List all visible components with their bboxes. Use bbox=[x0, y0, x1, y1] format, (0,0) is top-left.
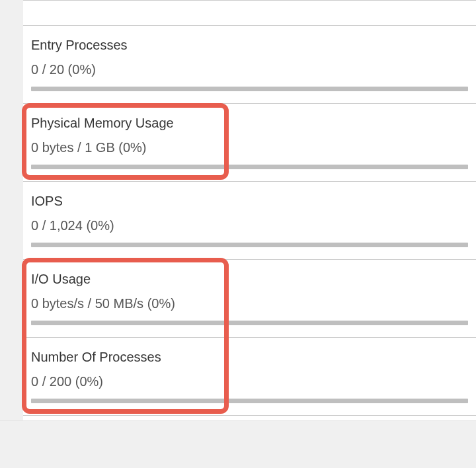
metric-title: Entry Processes bbox=[31, 38, 468, 53]
metric-title: IOPS bbox=[31, 194, 468, 209]
metric-title: Physical Memory Usage bbox=[31, 116, 468, 131]
top-spacer bbox=[23, 0, 476, 25]
progress-bar bbox=[31, 165, 468, 169]
metrics-panel: Entry Processes 0 / 20 (0%) Physical Mem… bbox=[23, 0, 476, 420]
metric-entry-processes: Entry Processes 0 / 20 (0%) bbox=[23, 25, 476, 103]
metric-physical-memory: Physical Memory Usage 0 bytes / 1 GB (0%… bbox=[23, 103, 476, 181]
metric-value: 0 / 20 (0%) bbox=[31, 62, 468, 77]
metric-value: 0 / 200 (0%) bbox=[31, 374, 468, 389]
progress-bar bbox=[31, 243, 468, 247]
progress-bar bbox=[31, 321, 468, 325]
after-spacer bbox=[0, 420, 476, 461]
progress-bar bbox=[31, 399, 468, 403]
metric-value: 0 bytes/s / 50 MB/s (0%) bbox=[31, 296, 468, 311]
bottom-spacer bbox=[23, 415, 476, 420]
metric-value: 0 bytes / 1 GB (0%) bbox=[31, 140, 468, 155]
progress-bar bbox=[31, 87, 468, 91]
metric-io-usage: I/O Usage 0 bytes/s / 50 MB/s (0%) bbox=[23, 259, 476, 337]
metric-title: Number Of Processes bbox=[31, 350, 468, 365]
metric-title: I/O Usage bbox=[31, 272, 468, 287]
metric-iops: IOPS 0 / 1,024 (0%) bbox=[23, 181, 476, 259]
metric-value: 0 / 1,024 (0%) bbox=[31, 218, 468, 233]
metric-number-processes: Number Of Processes 0 / 200 (0%) bbox=[23, 337, 476, 415]
